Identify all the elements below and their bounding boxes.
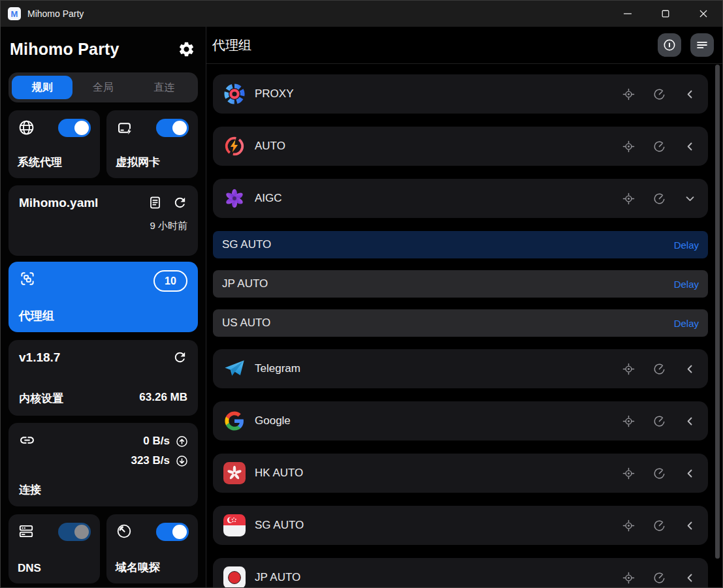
group-scan-icon [19, 270, 36, 287]
gauge-icon[interactable] [652, 414, 666, 428]
main-panel: 代理组 PROXY [206, 27, 722, 587]
locate-icon[interactable] [622, 414, 635, 428]
system-proxy-card[interactable]: 系统代理 [8, 110, 100, 178]
sniff-label: 域名嗅探 [116, 560, 189, 575]
dns-card[interactable]: DNS [8, 514, 100, 583]
gauge-icon[interactable] [652, 362, 666, 376]
maximize-button[interactable] [647, 1, 684, 27]
sniff-toggle[interactable] [156, 523, 189, 541]
globe-icon [18, 119, 35, 136]
group-name: AIGC [255, 192, 282, 205]
delay-test-button[interactable]: Delay [674, 318, 699, 329]
tun-toggle[interactable] [156, 119, 189, 137]
gauge-icon[interactable] [652, 519, 666, 533]
locate-icon[interactable] [622, 467, 635, 480]
group-row-aigc[interactable]: AIGC [213, 179, 708, 218]
tab-global[interactable]: 全局 [72, 76, 133, 99]
network-card-icon [116, 119, 133, 136]
pause-circle-icon [662, 38, 677, 52]
proxy-node-row[interactable]: JP AUTO Delay [213, 270, 708, 298]
minimize-button[interactable] [609, 1, 647, 27]
chevron-left-icon[interactable] [683, 414, 697, 428]
tun-label: 虚拟网卡 [116, 155, 189, 170]
bolt-ring-icon [223, 135, 246, 157]
scrollbar[interactable] [715, 65, 720, 559]
file-icon[interactable] [148, 195, 163, 210]
chevron-left-icon[interactable] [683, 140, 697, 153]
gauge-icon[interactable] [652, 192, 666, 206]
gear-icon[interactable] [178, 40, 195, 58]
tun-card[interactable]: 虚拟网卡 [106, 110, 198, 178]
dns-label: DNS [18, 562, 91, 575]
group-name: Google [255, 414, 291, 427]
locate-icon[interactable] [622, 571, 635, 585]
close-button[interactable] [684, 1, 722, 27]
delay-test-button[interactable]: Delay [674, 279, 699, 290]
tab-rule[interactable]: 规则 [12, 76, 72, 99]
system-proxy-toggle[interactable] [58, 119, 91, 137]
group-row-jp-auto[interactable]: JP AUTO [213, 558, 708, 587]
google-icon [223, 410, 246, 432]
locate-icon[interactable] [622, 87, 635, 101]
group-name: AUTO [255, 140, 285, 153]
proxy-node-row[interactable]: SG AUTO Delay [213, 231, 708, 258]
refresh-icon[interactable] [172, 350, 187, 365]
chevron-down-icon[interactable] [683, 192, 697, 206]
group-row-sg-auto[interactable]: SG AUTO [213, 506, 708, 545]
proxy-node-name: JP AUTO [222, 277, 268, 290]
maximize-icon [658, 7, 673, 21]
upload-speed: 0 B/s [143, 435, 170, 448]
dns-toggle[interactable] [58, 523, 91, 541]
chevron-left-icon[interactable] [683, 362, 697, 376]
locate-icon[interactable] [622, 140, 635, 153]
kernel-memory: 63.26 MB [139, 391, 187, 406]
group-row-proxy[interactable]: PROXY [213, 74, 708, 114]
sniff-card[interactable]: 域名嗅探 [106, 514, 198, 583]
proxy-node-name: SG AUTO [222, 238, 271, 251]
group-name: HK AUTO [255, 467, 303, 480]
tab-direct[interactable]: 直连 [134, 76, 195, 99]
profile-card[interactable]: Mihomo.yaml 9 小时前 [8, 185, 198, 256]
locate-icon[interactable] [622, 519, 635, 533]
group-row-telegram[interactable]: Telegram [213, 349, 708, 388]
locate-icon[interactable] [622, 192, 635, 206]
group-row-hk-auto[interactable]: HK AUTO [213, 454, 708, 493]
group-row-google[interactable]: Google [213, 401, 708, 441]
sniffer-icon [116, 523, 133, 540]
proxy-wheel-icon [223, 83, 246, 105]
refresh-icon[interactable] [172, 195, 187, 210]
gauge-icon[interactable] [652, 140, 666, 153]
system-proxy-label: 系统代理 [18, 155, 91, 170]
app-logo-icon: M [8, 7, 21, 20]
profile-updated-time: 9 小时前 [19, 220, 187, 232]
gauge-icon[interactable] [652, 467, 666, 480]
pause-delay-button[interactable] [658, 33, 681, 57]
gauge-icon[interactable] [652, 87, 666, 101]
sidebar-title: Mihomo Party [10, 40, 120, 59]
chevron-left-icon[interactable] [683, 519, 697, 533]
proxy-node-row[interactable]: US AUTO Delay [213, 309, 708, 337]
kernel-settings-label: 内核设置 [19, 391, 63, 406]
openai-icon [223, 187, 246, 209]
chevron-left-icon[interactable] [683, 87, 697, 101]
jp-flag-icon [223, 566, 246, 587]
close-icon [696, 7, 711, 21]
proxy-groups-label: 代理组 [19, 308, 187, 324]
sg-flag-icon [223, 514, 246, 536]
gauge-icon[interactable] [652, 571, 666, 585]
chevron-left-icon[interactable] [683, 467, 697, 480]
proxy-node-name: US AUTO [222, 317, 270, 330]
chevron-left-icon[interactable] [683, 571, 697, 585]
window-title: Mihomo Party [27, 8, 84, 19]
proxy-groups-count-badge: 10 [153, 270, 187, 292]
list-style-button[interactable] [690, 33, 714, 57]
connections-card[interactable]: 0 B/s 323 B/s 连接 [8, 423, 198, 506]
group-name: JP AUTO [255, 571, 300, 584]
sidebar-item-proxy-groups[interactable]: 10 代理组 [8, 262, 198, 332]
locate-icon[interactable] [622, 362, 635, 376]
delay-test-button[interactable]: Delay [674, 240, 699, 251]
group-row-auto[interactable]: AUTO [213, 127, 708, 166]
kernel-version: v1.18.7 [19, 350, 60, 365]
kernel-settings-card[interactable]: v1.18.7 内核设置 63.26 MB [8, 340, 198, 416]
hk-flag-icon [223, 462, 246, 484]
